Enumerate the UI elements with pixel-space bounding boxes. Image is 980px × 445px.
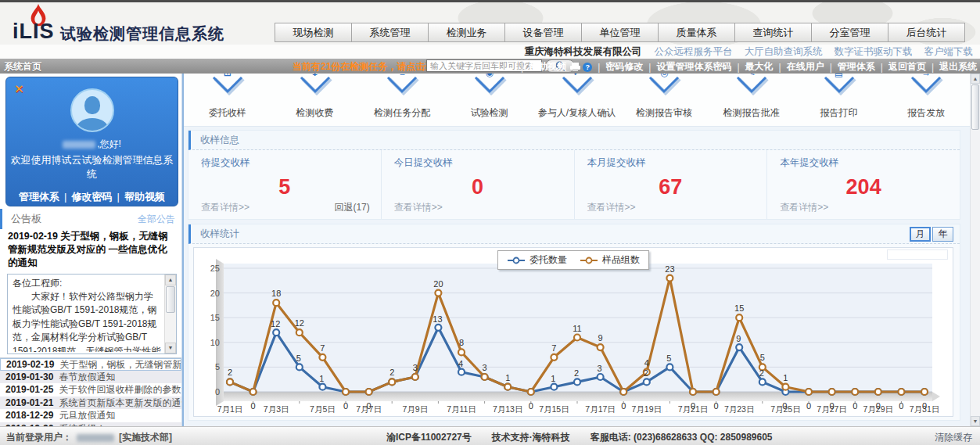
main-scrollbar[interactable]: ▲ ▼ — [970, 74, 980, 426]
user-link[interactable]: 帮助视频 — [124, 191, 165, 203]
menu-separator: | — [779, 62, 781, 73]
announcement-row[interactable]: 2019-01-21系统首页新版本更新发版的通知 — [0, 397, 181, 409]
view-details-link[interactable]: 查看详情>> — [587, 201, 636, 214]
svg-text:3: 3 — [413, 363, 418, 372]
nav-tab[interactable]: 检测业务 — [428, 23, 505, 42]
announcement-title: 关于型钢，钢板，无缝钢管新规范发版 — [59, 359, 181, 370]
fee-icon: ¥ — [297, 74, 333, 95]
toolbar-menu-item[interactable]: 帮助视频 — [529, 60, 566, 74]
toggle-button[interactable]: 月 — [910, 227, 931, 242]
nav-tab[interactable]: 查询统计 — [734, 23, 812, 42]
svg-text:2: 2 — [574, 368, 579, 378]
stat-card[interactable]: 待提交收样5查看详情>>回退(17) — [188, 150, 382, 219]
period-toggle: 月年 — [910, 227, 953, 242]
user-link[interactable]: 修改密码 — [72, 191, 113, 203]
nav-tab[interactable]: 设备管理 — [504, 23, 582, 42]
step-glyph: ▤ — [835, 74, 843, 78]
scroll-up-icon[interactable]: ▲ — [971, 74, 980, 84]
scroll-down-icon[interactable]: ▼ — [165, 343, 176, 353]
announcement-row[interactable]: 2018-12-29元旦放假通知 — [0, 409, 181, 422]
scroll-down-icon[interactable]: ▼ — [971, 416, 980, 426]
workflow-step[interactable]: →报告发放 — [882, 74, 970, 126]
user-link[interactable]: 管理体系 — [19, 191, 59, 203]
workflow-step[interactable]: ◎检测报告审核 — [620, 74, 708, 126]
help-icon[interactable]: ? — [583, 63, 592, 72]
printer-icon[interactable] — [570, 63, 580, 71]
subheader-link[interactable]: 客户端下载 — [924, 45, 974, 59]
workflow-step[interactable]: ⊞委托收样 — [184, 74, 271, 126]
home-link[interactable]: 系统首页 — [4, 60, 41, 74]
status-bar: 当前登录用户：[实施技术部] 渝ICP备11002727号 技术支持·海特科技 … — [0, 426, 980, 445]
notice-scrollbar[interactable]: ▲ ▼ — [164, 275, 176, 353]
announcement-row[interactable]: 2019-01-25关于软件回退收样删除的参数试验数据 — [0, 383, 181, 396]
toolbar-menu-item[interactable]: 退出系统 — [939, 60, 977, 74]
workflow-step[interactable]: ≡检测任务分配 — [358, 74, 446, 126]
toggle-button[interactable]: 年 — [932, 227, 953, 242]
legend-item[interactable]: 样品组数 — [580, 253, 640, 267]
view-details-link[interactable]: 查看详情>> — [394, 201, 443, 214]
legend-item[interactable]: 委托数量 — [507, 253, 567, 267]
chart-box: 委托数量样品组数 05101520257月1日7月3日7月5日7月7日7月9日7… — [193, 247, 953, 417]
main-content: ⊞委托收样¥检测收费≡检测任务分配◉试验检测✓参与人/复核人确认◎检测报告审核✎… — [182, 74, 970, 426]
contact-info: 客服电话: (023)68628633 QQ: 2850989605 — [591, 431, 773, 444]
svg-text:2: 2 — [644, 368, 648, 378]
announcement-text: 各位工程师: 大家好！软件对公路型钢力学性能试验GB/T 1591-2018规范… — [13, 277, 162, 352]
toolbar-menu-item[interactable]: 管理体系 — [838, 60, 875, 74]
toolbar-menu-item[interactable]: 最大化 — [745, 60, 774, 74]
step-glyph: ¥ — [312, 74, 318, 78]
task-ticker[interactable]: 当前有21份在检测任务，请点击进入 — [293, 60, 443, 74]
stat-card[interactable]: 本年提交收样204查看详情>> — [767, 150, 960, 219]
nav-tab[interactable]: 单位管理 — [581, 23, 659, 42]
toolbar-menu-item[interactable]: 设置管理体系密码 — [656, 60, 731, 74]
clear-cache-link[interactable]: 清除缓存 — [935, 431, 972, 444]
workflow-step[interactable]: ✓参与人/复核人确认 — [533, 74, 621, 126]
toolbar: 系统首页 当前有21份在检测任务，请点击进入 |帮助视频?|密码修改|设置管理体… — [0, 59, 980, 74]
view-details-link[interactable]: 查看详情>> — [780, 201, 828, 214]
step-glyph: → — [921, 74, 931, 78]
stat-card-value: 67 — [587, 175, 755, 199]
svg-text:9: 9 — [736, 334, 741, 343]
step-glyph: ◎ — [660, 74, 668, 78]
assign-icon: ≡ — [384, 74, 420, 95]
workflow-step[interactable]: ¥检测收费 — [271, 74, 359, 126]
workflow-step[interactable]: ✎检测报告批准 — [708, 74, 795, 126]
announcement-date: 2019-01-30 — [5, 371, 53, 382]
toolbar-menu-item[interactable]: 返回首页 — [888, 60, 926, 74]
subheader-link[interactable]: 数字证书驱动下载 — [835, 45, 913, 59]
redacted-username — [63, 141, 95, 149]
nav-tab[interactable]: 分室管理 — [811, 23, 888, 42]
close-icon[interactable]: ✕ — [14, 82, 24, 96]
stats-header: 收样信息 — [188, 131, 960, 150]
scrollbar-thumb[interactable] — [166, 286, 175, 313]
nav-tab[interactable]: 后台统计 — [888, 23, 965, 42]
scrollbar-thumb[interactable] — [971, 84, 979, 130]
nav-tab[interactable]: 现场检测 — [275, 23, 352, 42]
announcement-row[interactable]: 2019-01-30春节放假通知 — [0, 371, 181, 383]
svg-text:7月11日: 7月11日 — [447, 404, 476, 414]
svg-text:0: 0 — [251, 401, 256, 411]
subheader-link[interactable]: 大厅自助查询系统 — [745, 45, 823, 59]
workflow-step[interactable]: ◉试验检测 — [446, 74, 533, 126]
announcement-date: 2019-01-25 — [5, 384, 53, 395]
rollback-link[interactable]: 回退(17) — [334, 201, 369, 214]
featured-announcement-title[interactable]: 2019-02-19 关于型钢，钢板，无缝钢管新规范发版及对应的 一些信息优化的… — [0, 229, 181, 271]
stat-card-footer: 查看详情>> — [780, 201, 949, 214]
menu-separator: | — [521, 62, 523, 73]
announcement-row[interactable]: 2019-02-19关于型钢，钢板，无缝钢管新规范发版 — [0, 358, 181, 371]
svg-text:2: 2 — [759, 368, 764, 378]
workflow-step[interactable]: ▤报告打印 — [795, 74, 883, 126]
stat-card[interactable]: 今日提交收样0查看详情>> — [382, 150, 575, 219]
subheader-link[interactable]: 公众远程服务平台 — [655, 45, 733, 59]
nav-tab[interactable]: 系统管理 — [351, 23, 429, 42]
svg-text:5: 5 — [296, 353, 301, 363]
all-announcements-link[interactable]: 全部公告 — [138, 209, 175, 229]
icp-number: 渝ICP备11002727号 — [386, 431, 472, 444]
menu-separator: | — [598, 62, 600, 73]
nav-tab[interactable]: 质量体系 — [658, 23, 735, 42]
view-details-link[interactable]: 查看详情>> — [201, 201, 249, 214]
scroll-up-icon[interactable]: ▲ — [165, 275, 176, 285]
toolbar-menu-item[interactable]: 密码修改 — [605, 60, 643, 74]
toolbar-menu-item[interactable]: 在线用户 — [787, 60, 824, 74]
avatar-head — [84, 96, 100, 114]
stat-card[interactable]: 本月提交收样67查看详情>> — [575, 150, 768, 219]
